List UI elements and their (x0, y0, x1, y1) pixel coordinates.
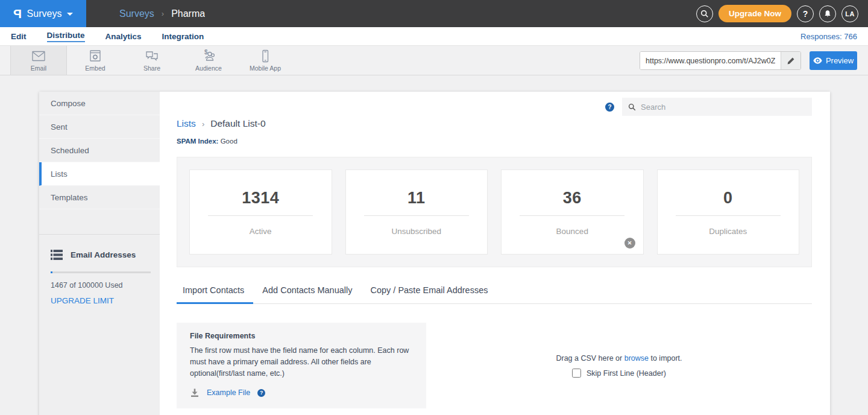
example-file-row: Example File ? (190, 388, 413, 398)
skip-first-line-label: Skip First Line (Header) (587, 369, 666, 378)
skip-first-line-checkbox[interactable] (572, 369, 581, 378)
stat-card-unsubscribed: 11 Unsubscribed (345, 169, 488, 255)
current-list-name: Default List-0 (210, 118, 265, 129)
search-icon (700, 10, 709, 18)
active-count: 1314 (190, 170, 332, 208)
list-breadcrumb: Lists › Default List-0 (177, 118, 812, 129)
usage-text: 1467 of 100000 Used (51, 281, 151, 290)
preview-button[interactable]: Preview (810, 51, 857, 70)
toolbar-item-embed[interactable]: Embed (67, 46, 124, 75)
clear-bounced-icon[interactable]: ✕ (624, 238, 635, 249)
lists-link[interactable]: Lists (177, 118, 196, 129)
user-avatar[interactable]: LA (841, 5, 858, 22)
upgrade-now-button[interactable]: Upgrade Now (719, 5, 791, 22)
breadcrumb-separator: › (162, 9, 164, 18)
question-mark-icon: ? (803, 9, 808, 19)
usage-progress-bar (51, 271, 151, 273)
embed-icon (88, 49, 102, 63)
spam-index-value: Good (221, 138, 237, 145)
list-detail-main: ? Lists › Default List-0 SPAM Index: Goo… (160, 92, 830, 415)
survey-url-input[interactable] (640, 52, 781, 69)
email-addresses-section: Email Addresses 1467 of 100000 Used UPGR… (39, 234, 160, 305)
global-search-button[interactable] (696, 5, 713, 22)
example-file-link[interactable]: Example File (207, 388, 250, 397)
toolbar-item-share[interactable]: Share (124, 46, 180, 75)
bell-icon (823, 10, 832, 18)
unsubscribed-count: 11 (346, 170, 488, 208)
toolbar-item-mobile-app[interactable]: Mobile App (237, 46, 294, 75)
survey-url-group (640, 51, 801, 70)
contact-tabs: Import Contacts Add Contacts Manually Co… (177, 285, 812, 304)
bounced-count: 36 (502, 170, 643, 208)
breadcrumb-separator: › (202, 119, 204, 128)
contact-search-box (622, 98, 812, 116)
sidebar-item-compose[interactable]: Compose (39, 92, 160, 115)
notifications-button[interactable] (819, 5, 836, 22)
audience-icon: $ (201, 49, 216, 63)
email-icon (31, 49, 46, 63)
tab-copy-paste-email-addresses[interactable]: Copy / Paste Email Addresses (361, 285, 497, 303)
distribute-toolbar: Email Embed Share $ Audience Mobile App (0, 45, 868, 75)
share-icon (144, 49, 160, 63)
stat-card-active: 1314 Active (189, 169, 332, 255)
csv-dropzone[interactable]: Drag a CSV here or browse to import. Ski… (426, 304, 812, 408)
toolbar-item-email[interactable]: Email (10, 46, 67, 75)
unsubscribed-label: Unsubscribed (346, 227, 488, 236)
toolbar-right: Preview (640, 51, 857, 70)
list-search-row: ? (605, 98, 812, 116)
import-contacts-panel: File Requirements The first row must hav… (177, 304, 812, 408)
survey-breadcrumb: Surveys › Pharma (119, 8, 205, 19)
email-addresses-title: Email Addresses (71, 250, 136, 259)
email-sidebar: Compose Sent Scheduled Lists Templates E… (39, 92, 160, 415)
page-content: Compose Sent Scheduled Lists Templates E… (0, 75, 868, 415)
list-icon (51, 250, 63, 260)
nav-tab-analytics[interactable]: Analytics (105, 32, 142, 41)
list-stats: 1314 Active 11 Unsubscribed 36 Bounced ✕… (177, 157, 812, 267)
duplicates-count: 0 (658, 170, 799, 208)
svg-text:$: $ (204, 49, 208, 55)
nav-tab-distribute[interactable]: Distribute (47, 31, 85, 42)
edit-url-button[interactable] (781, 52, 800, 69)
breadcrumb-surveys-link[interactable]: Surveys (119, 8, 154, 19)
upgrade-limit-link[interactable]: UPGRADE LIMIT (51, 296, 151, 305)
active-label: Active (190, 227, 332, 236)
top-bar: P Surveys Surveys › Pharma Upgrade Now ?… (0, 0, 868, 27)
contact-search-input[interactable] (641, 103, 812, 112)
product-name: Surveys (27, 8, 62, 19)
mobile-app-icon (258, 49, 272, 63)
usage-progress-fill (51, 271, 52, 273)
breadcrumb-survey-name: Pharma (171, 8, 205, 19)
sidebar-item-templates[interactable]: Templates (39, 186, 160, 209)
browse-link[interactable]: browse (624, 354, 649, 363)
skip-first-line-row: Skip First Line (Header) (572, 369, 666, 378)
spam-index-label: SPAM Index: (177, 138, 218, 145)
sidebar-item-scheduled[interactable]: Scheduled (39, 139, 160, 162)
list-help-icon[interactable]: ? (605, 103, 614, 112)
download-icon (190, 388, 200, 398)
dropzone-text: Drag a CSV here or browse to import. (556, 354, 682, 363)
search-icon (628, 103, 636, 111)
eye-icon (813, 57, 822, 64)
topbar-actions: Upgrade Now ? LA (696, 0, 858, 27)
chevron-down-icon (67, 13, 73, 16)
sidebar-item-lists[interactable]: Lists (39, 162, 160, 186)
tab-add-contacts-manually[interactable]: Add Contacts Manually (253, 285, 361, 303)
sidebar-item-sent[interactable]: Sent (39, 115, 160, 139)
toolbar-item-audience[interactable]: $ Audience (180, 46, 237, 75)
file-requirements-title: File Requirements (190, 332, 413, 340)
example-file-help-icon[interactable]: ? (257, 389, 265, 397)
stat-card-bounced: 36 Bounced ✕ (501, 169, 644, 255)
file-requirements-box: File Requirements The first row must hav… (177, 323, 426, 408)
responses-count[interactable]: Responses: 766 (800, 32, 857, 41)
help-button[interactable]: ? (797, 5, 814, 22)
tab-import-contacts[interactable]: Import Contacts (177, 285, 253, 304)
survey-section-nav: Edit Distribute Analytics Integration Re… (0, 27, 868, 45)
duplicates-label: Duplicates (658, 227, 799, 236)
file-requirements-body: The first row must have the field name f… (190, 345, 413, 379)
nav-tab-integration[interactable]: Integration (162, 32, 204, 41)
questionpro-logo-icon: P (13, 7, 22, 21)
product-switcher[interactable]: P Surveys (0, 0, 86, 27)
stat-card-duplicates: 0 Duplicates (657, 169, 800, 255)
pencil-icon (787, 57, 795, 65)
nav-tab-edit[interactable]: Edit (11, 32, 27, 41)
